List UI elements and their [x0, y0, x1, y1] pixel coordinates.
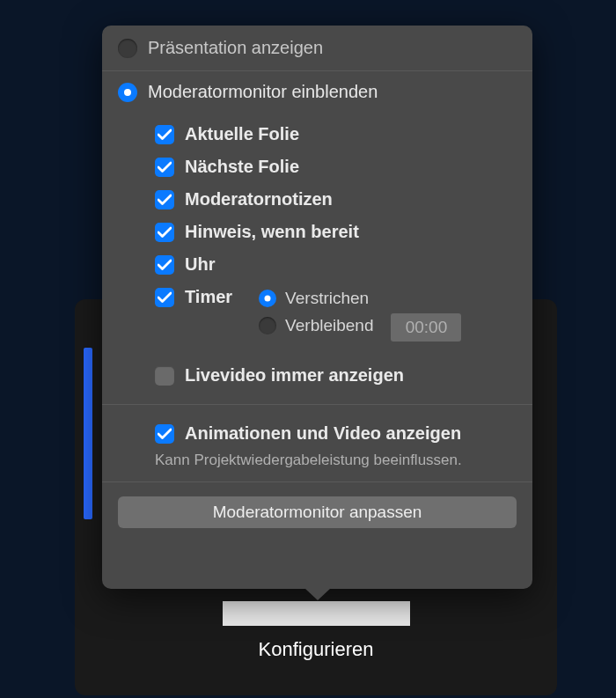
radio-presentation-label: Präsentation anzeigen	[148, 38, 323, 58]
timer-remaining-row: Verbleibend 00:00	[259, 313, 532, 342]
timer-elapsed-row[interactable]: Verstrichen	[259, 287, 532, 313]
preview-strip	[223, 601, 410, 626]
option-current-slide[interactable]: Aktuelle Folie	[155, 118, 532, 151]
option-presenter-notes-label: Moderatornotizen	[185, 189, 333, 209]
option-ready-hint-label: Hinweis, wenn bereit	[185, 222, 359, 242]
mode-presenter-row[interactable]: Moderatormonitor einblenden	[102, 75, 532, 109]
radio-presentation[interactable]	[118, 39, 137, 58]
option-next-slide[interactable]: Nächste Folie	[155, 151, 532, 183]
checkbox-current-slide[interactable]	[155, 125, 174, 144]
timer-mode-group: Verstrichen Verbleibend 00:00	[232, 281, 532, 342]
bottom-button-wrap: Moderatormonitor anpassen	[102, 486, 532, 542]
divider	[102, 70, 532, 71]
checkbox-animations[interactable]	[155, 424, 174, 444]
radio-timer-remaining[interactable]	[259, 317, 276, 334]
option-next-slide-label: Nächste Folie	[185, 157, 299, 177]
option-animations-label: Animationen und Video anzeigen	[185, 423, 461, 444]
radio-presenter[interactable]	[118, 83, 137, 102]
option-live-video-label: Livevideo immer anzeigen	[185, 365, 404, 386]
option-clock-label: Uhr	[185, 254, 215, 275]
option-timer[interactable]: Timer	[155, 281, 232, 313]
option-timer-wrapper: Timer Verstrichen Verbleibend 00:00	[155, 281, 532, 342]
popover-arrow-icon	[304, 588, 331, 600]
option-live-video[interactable]: Livevideo immer anzeigen	[155, 359, 517, 392]
checkbox-clock[interactable]	[155, 255, 174, 275]
customize-presenter-button[interactable]: Moderatormonitor anpassen	[118, 496, 517, 528]
live-video-section: Livevideo immer anzeigen	[102, 350, 532, 400]
divider	[102, 404, 532, 405]
timer-elapsed-label: Verstrichen	[285, 289, 369, 308]
configure-label[interactable]: Konfigurieren	[75, 638, 557, 661]
option-timer-label: Timer	[185, 287, 232, 307]
divider	[102, 481, 532, 482]
checkbox-timer[interactable]	[155, 288, 174, 307]
checkbox-ready-hint[interactable]	[155, 223, 174, 242]
option-animations[interactable]: Animationen und Video anzeigen	[155, 417, 517, 450]
checkbox-live-video[interactable]	[155, 366, 174, 386]
option-presenter-notes[interactable]: Moderatornotizen	[155, 183, 532, 216]
timer-remaining-option[interactable]: Verbleibend	[259, 314, 373, 341]
checkbox-presenter-notes[interactable]	[155, 190, 174, 209]
option-clock[interactable]: Uhr	[155, 248, 532, 281]
radio-presenter-label: Moderatormonitor einblenden	[148, 82, 378, 102]
presenter-display-popover: Präsentation anzeigen Moderatormonitor e…	[102, 26, 532, 589]
presenter-options-list: Aktuelle Folie Nächste Folie Moderatorno…	[102, 109, 532, 350]
animations-helper-text: Kann Projektwiedergabeleistung beeinflus…	[155, 452, 517, 469]
timer-time-input[interactable]: 00:00	[391, 313, 461, 342]
option-ready-hint[interactable]: Hinweis, wenn bereit	[155, 216, 532, 248]
selection-indicator	[84, 348, 92, 519]
timer-remaining-label: Verbleibend	[285, 316, 373, 335]
animations-section: Animationen und Video anzeigen Kann Proj…	[102, 408, 532, 478]
checkbox-next-slide[interactable]	[155, 158, 174, 177]
radio-timer-elapsed[interactable]	[259, 290, 276, 307]
mode-presentation-row[interactable]: Präsentation anzeigen	[102, 26, 532, 67]
option-current-slide-label: Aktuelle Folie	[185, 124, 299, 144]
